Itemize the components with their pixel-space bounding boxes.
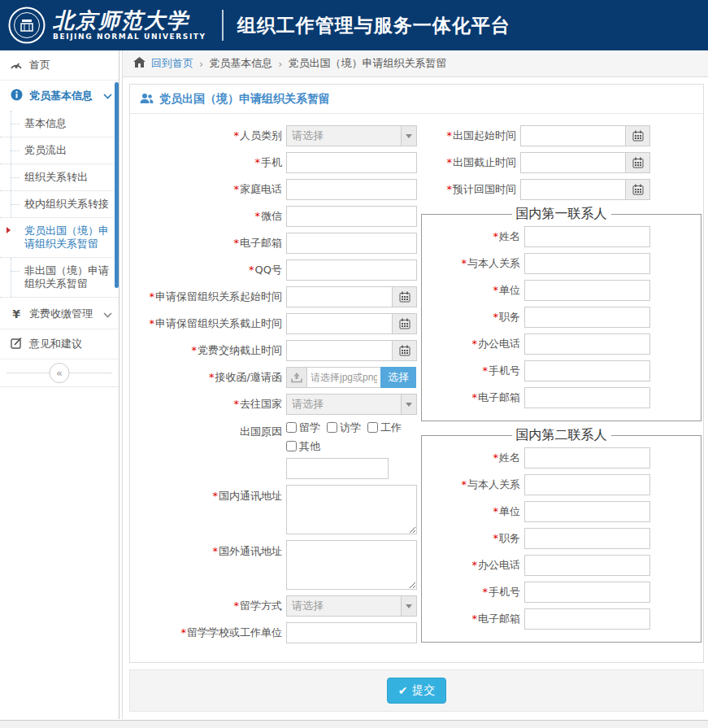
text-input[interactable]	[286, 233, 417, 254]
sidebar-submenu-item[interactable]: 党员出国（境）申请组织关系暂留	[0, 218, 119, 258]
text-input[interactable]	[286, 206, 417, 227]
text-input[interactable]	[286, 152, 417, 173]
checkbox-option[interactable]: 访学	[327, 421, 361, 435]
sidebar-collapse-row: «	[0, 360, 119, 387]
university-name: 北京师范大学 BEIJING NORMAL UNIVERSITY	[53, 10, 206, 41]
calendar-button[interactable]	[393, 340, 417, 361]
sidebar: 首页 党员基本信息 基本信息党员流出组织关系转出校内组织关系转接党员出国（境）申…	[0, 50, 119, 719]
text-input[interactable]	[524, 474, 650, 495]
date-input[interactable]	[286, 340, 393, 361]
field-label: *党费交纳截止时间	[135, 343, 286, 358]
header-divider	[222, 10, 224, 41]
checkbox-input[interactable]	[327, 422, 337, 433]
main-content: 回到首页 › 党员基本信息 › 党员出国（境）申请组织关系暂留 党员出国（境）申…	[122, 50, 708, 719]
submit-button[interactable]: ✔ 提交	[387, 678, 447, 704]
sidebar-collapse-button[interactable]: «	[50, 363, 70, 383]
field-row: *与本人关系	[422, 474, 701, 495]
other-reason-input[interactable]	[286, 458, 389, 479]
text-input[interactable]	[524, 608, 650, 630]
field-label-text: 留学学校或工作单位	[187, 626, 282, 639]
sidebar-submenu-label: 基本信息	[24, 117, 67, 129]
sidebar-item-feedback[interactable]: 意见和建议	[0, 329, 119, 360]
sidebar-submenu-item[interactable]: 组织关系转出	[0, 164, 119, 191]
field-label: *职务	[422, 310, 524, 325]
field-row: *姓名	[422, 226, 701, 247]
checkbox-input[interactable]	[286, 441, 297, 451]
text-input[interactable]	[524, 307, 650, 328]
sidebar-item-fee[interactable]: ¥ 党费收缴管理	[0, 299, 119, 329]
text-input[interactable]	[524, 333, 650, 355]
date-input[interactable]	[520, 125, 626, 146]
breadcrumb-separator: ›	[278, 58, 282, 70]
text-input[interactable]	[286, 622, 417, 643]
textarea-input[interactable]	[286, 540, 417, 590]
required-asterisk: *	[181, 626, 187, 639]
calendar-button[interactable]	[626, 125, 650, 146]
text-input[interactable]	[524, 582, 650, 603]
calendar-button[interactable]	[626, 152, 650, 173]
contact-group-legend: 国内第一联系人	[512, 206, 611, 223]
field-label: *留学学校或工作单位	[135, 626, 286, 640]
sidebar-item-member-info[interactable]: 党员基本信息	[0, 81, 119, 111]
calendar-button[interactable]	[626, 179, 650, 200]
upload-filename-input[interactable]	[307, 367, 380, 388]
field-label: *姓名	[422, 451, 524, 465]
field-label: *手机号	[422, 585, 524, 599]
sidebar-item-home[interactable]: 首页	[0, 50, 119, 81]
required-asterisk: *	[472, 612, 478, 625]
text-input[interactable]	[524, 447, 650, 469]
breadcrumb-home-link[interactable]: 回到首页	[151, 56, 193, 71]
text-input[interactable]	[286, 179, 417, 200]
required-asterisk: *	[209, 371, 215, 383]
text-input[interactable]	[524, 555, 650, 576]
select-input[interactable]: 请选择	[286, 595, 417, 617]
text-input[interactable]	[524, 360, 650, 381]
field-label-text: 姓名	[499, 451, 520, 464]
field-label: *微信	[135, 209, 286, 224]
field-label: *预计回国时间	[421, 182, 520, 197]
required-asterisk: *	[234, 398, 240, 410]
text-input[interactable]	[524, 226, 650, 247]
sidebar-submenu-item[interactable]: 校内组织关系转接	[0, 191, 119, 218]
sidebar-submenu-item[interactable]: 非出国（境）申请组织关系暂留	[0, 258, 119, 298]
sidebar-submenu-item[interactable]: 基本信息	[0, 111, 119, 137]
required-asterisk: *	[493, 451, 499, 464]
date-input[interactable]	[520, 152, 626, 173]
date-input[interactable]	[286, 313, 393, 334]
field-row: *国内通讯地址	[135, 485, 421, 534]
page-bottom-strip	[0, 720, 708, 728]
date-input[interactable]	[520, 179, 626, 200]
field-label: *QQ号	[135, 263, 286, 277]
calendar-button[interactable]	[393, 286, 417, 307]
text-input[interactable]	[524, 528, 650, 549]
checkbox-option[interactable]: 工作	[367, 421, 402, 435]
field-row: *姓名	[422, 447, 701, 469]
text-input[interactable]	[524, 387, 650, 408]
checkbox-input[interactable]	[367, 422, 378, 433]
field-label-text: 出国原因	[240, 425, 282, 438]
field-label-text: 家庭电话	[240, 183, 282, 195]
text-input[interactable]	[524, 501, 650, 522]
textarea-input[interactable]	[286, 485, 417, 534]
text-input[interactable]	[524, 280, 650, 301]
checkbox-option[interactable]: 其他	[286, 439, 320, 454]
required-asterisk: *	[234, 237, 240, 249]
required-asterisk: *	[150, 290, 155, 303]
text-input[interactable]	[286, 259, 417, 281]
required-asterisk: *	[234, 129, 240, 142]
sidebar-submenu-item[interactable]: 党员流出	[0, 137, 119, 164]
upload-choose-button[interactable]: 选择	[380, 367, 416, 388]
calendar-button[interactable]	[393, 313, 417, 334]
field-row: *手机号	[422, 582, 701, 603]
select-input[interactable]: 请选择	[286, 394, 417, 415]
field-label-text: 电子邮箱	[240, 237, 282, 249]
panel-title: 党员出国（境）申请组织关系暂留	[130, 85, 703, 114]
checkbox-input[interactable]	[286, 422, 297, 433]
sidebar-scrollbar-thumb[interactable]	[115, 82, 119, 288]
checkbox-option[interactable]: 留学	[286, 421, 320, 435]
date-input[interactable]	[286, 286, 393, 307]
text-input[interactable]	[524, 253, 650, 274]
field-row: *申请保留组织关系起始时间	[135, 286, 421, 307]
select-input[interactable]: 请选择	[286, 125, 417, 146]
platform-title: 组织工作管理与服务一体化平台	[237, 13, 510, 38]
